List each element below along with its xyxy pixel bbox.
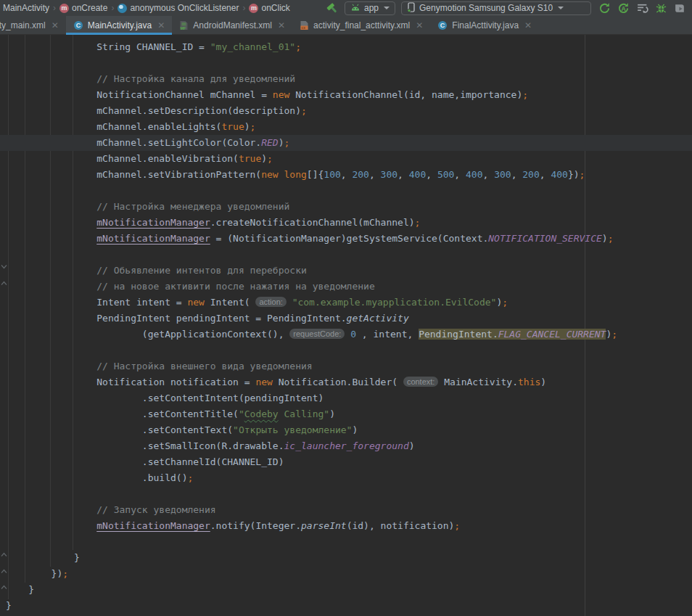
profile-app-button[interactable] xyxy=(674,2,686,15)
code-token: NotificationChannel mChannel = xyxy=(6,89,273,100)
tab-finalacttivity-java[interactable]: CFinalActtivity.java✕ xyxy=(430,16,539,34)
code-line[interactable]: // Настройка канала для уведомлений xyxy=(0,71,692,87)
code-token: new xyxy=(261,169,278,180)
code-token: 400 xyxy=(466,169,482,180)
code-token: ; xyxy=(62,568,68,579)
close-icon[interactable]: ✕ xyxy=(52,20,59,30)
code-line[interactable]: .setSmallIcon(R.drawable.ic_launcher_for… xyxy=(0,438,692,454)
code-line[interactable]: PendingIntent pendingIntent = PendingInt… xyxy=(0,311,692,327)
code-line[interactable]: mChannel.enableVibration(true); xyxy=(0,151,692,167)
code-line[interactable]: .setContentTitle("Codeby Calling") xyxy=(0,406,692,422)
code-line[interactable]: Notification notification = new Notifica… xyxy=(0,374,692,390)
code-token: String CHANNEL_ID = xyxy=(6,41,210,52)
code-line[interactable]: mNotificationManager.notify(Integer.pars… xyxy=(0,518,692,534)
code-token: mNotificationManager xyxy=(96,217,210,228)
breadcrumb-item[interactable]: monClick xyxy=(247,3,291,13)
code-line[interactable]: }); xyxy=(0,566,692,582)
tab-activity-final-acttivity-xml[interactable]: cxactivity_final_acttivity.xml✕ xyxy=(292,16,430,34)
debug-app-button[interactable] xyxy=(655,2,667,15)
run-controls: app Genymotion Samsung Galaxy S10 A xyxy=(326,0,686,16)
code-line[interactable] xyxy=(0,183,692,199)
code-token: Calling" xyxy=(279,408,329,419)
code-token: FLAG_CANCEL_CURRENT xyxy=(498,329,606,340)
chevron-down-icon xyxy=(558,7,564,9)
tab-mainactivity-java[interactable]: CMainActivity.java✕ xyxy=(66,16,173,34)
code-line[interactable]: } xyxy=(0,598,692,614)
code-token: , xyxy=(398,169,409,180)
code-line[interactable]: mChannel.setDescription(description); xyxy=(0,103,692,119)
code-token: ; xyxy=(187,472,193,483)
breadcrumb-label: anonymous OnClickListener xyxy=(130,3,239,13)
code-line[interactable]: .setContentIntent(pendingIntent) xyxy=(0,390,692,406)
code-line[interactable]: .setContentText("Открыть уведомление") xyxy=(0,422,692,438)
code-token: ) xyxy=(244,121,250,132)
code-token: ) xyxy=(261,153,267,164)
run-configuration-select[interactable]: app xyxy=(345,1,395,15)
rerun-app-button[interactable] xyxy=(598,2,611,15)
code-line[interactable]: // Запуск уведомления xyxy=(0,502,692,518)
code-line[interactable]: mChannel.enableLights(true); xyxy=(0,119,692,135)
code-line[interactable] xyxy=(0,55,692,71)
code-line[interactable] xyxy=(0,342,692,358)
close-icon[interactable]: ✕ xyxy=(416,20,423,30)
breadcrumb-item[interactable]: MainActivity xyxy=(1,3,51,13)
code-token: mNotificationManager xyxy=(96,520,210,531)
code-line[interactable]: String CHANNEL_ID = "my_channel_01"; xyxy=(0,39,692,55)
breadcrumb-item[interactable]: anonymous OnClickListener xyxy=(116,3,240,13)
code-line[interactable]: .build(); xyxy=(0,470,692,486)
code-token: Codeby xyxy=(244,408,279,419)
code-line[interactable]: mNotificationManager.createNotificationC… xyxy=(0,215,692,231)
code-token: mChannel.setLightColor(Color. xyxy=(6,137,261,148)
code-token xyxy=(6,520,96,531)
code-token: , intent, xyxy=(356,329,419,340)
close-icon[interactable]: ✕ xyxy=(278,20,285,30)
java-class-icon: C xyxy=(437,20,448,30)
main-toolbar: MainActivity›monCreate›anonymous OnClick… xyxy=(0,0,692,16)
build-hammer-icon[interactable] xyxy=(326,2,339,15)
code-line[interactable]: // на новое активити после нажатия на ув… xyxy=(0,279,692,295)
code-token: RED xyxy=(261,137,278,148)
code-line[interactable]: // Настройка внешнего вида уведомления xyxy=(0,358,692,374)
code-editor[interactable]: String CHANNEL_ID = "my_channel_01"; // … xyxy=(0,35,692,616)
code-line[interactable]: (getApplicationContext(), requestCode: 0… xyxy=(0,327,692,342)
close-icon[interactable]: ✕ xyxy=(524,20,532,30)
code-line[interactable] xyxy=(0,486,692,502)
code-token: .setSmallIcon(R.drawable. xyxy=(6,440,284,451)
code-token: , xyxy=(483,169,495,180)
code-line[interactable]: .setChannelId(CHANNEL_ID) xyxy=(0,454,692,470)
layout-xml-icon: cx xyxy=(300,20,309,30)
run-configuration-label: app xyxy=(364,3,379,13)
code-line[interactable]: Intent intent = new Intent( action: "com… xyxy=(0,295,692,311)
code-token: // на новое активити после нажатия на ув… xyxy=(96,281,375,292)
code-line[interactable]: } xyxy=(0,550,692,566)
tab-androidmanifest-xml[interactable]: MFAndroidManifest.xml✕ xyxy=(172,16,292,34)
breadcrumb-item[interactable]: monCreate xyxy=(58,3,109,13)
code-line[interactable]: mChannel.setLightColor(Color.RED); xyxy=(0,135,692,151)
code-line[interactable]: mNotificationManager = (NotificationMana… xyxy=(0,231,692,247)
code-token: , xyxy=(426,169,437,180)
code-token: }) xyxy=(568,169,580,180)
code-token: 200 xyxy=(522,169,539,180)
code-line[interactable]: } xyxy=(0,582,692,598)
code-token: } xyxy=(6,600,12,611)
svg-text:cx: cx xyxy=(302,25,306,30)
tab-ity-main-xml[interactable]: cxity_main.xml✕ xyxy=(0,16,66,34)
code-token: ) xyxy=(279,137,284,148)
code-line[interactable]: // Обьявление интентов для переброски xyxy=(0,263,692,279)
code-line[interactable]: NotificationChannel mChannel = new Notif… xyxy=(0,87,692,103)
code-token: mChannel.enableLights( xyxy=(6,121,221,132)
code-token: ; xyxy=(284,137,290,148)
code-token: .notify(Integer. xyxy=(210,520,301,531)
apply-changes-restart-activity-button[interactable]: A xyxy=(617,2,630,15)
apply-code-changes-button[interactable] xyxy=(636,2,648,15)
close-icon[interactable]: ✕ xyxy=(157,20,165,30)
code-line[interactable]: mChannel.setVibrationPattern(new long[]{… xyxy=(0,167,692,183)
code-line[interactable]: // Настройка менеджера уведомлений xyxy=(0,199,692,215)
code-token: // Настройка канала для уведомлений xyxy=(96,73,295,84)
code-token xyxy=(6,504,96,515)
code-line[interactable] xyxy=(0,534,692,550)
code-line[interactable] xyxy=(0,247,692,263)
device-select[interactable]: Genymotion Samsung Galaxy S10 xyxy=(401,1,591,15)
svg-text:A: A xyxy=(621,4,625,12)
breadcrumb-label: onCreate xyxy=(72,3,107,13)
